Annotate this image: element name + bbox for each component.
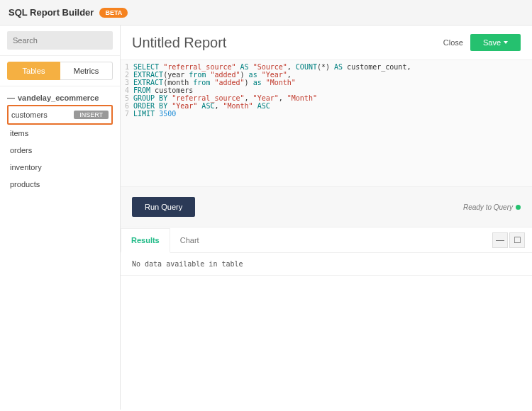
code-line[interactable]: EXTRACT(month from "added") as "Month" — [133, 79, 296, 86]
close-button[interactable]: Close — [443, 38, 463, 47]
tab-tables[interactable]: Tables — [7, 62, 60, 80]
query-status: Ready to Query — [463, 203, 521, 211]
database-name: vandelay_ecommerce — [18, 94, 99, 102]
table-name: customers — [11, 111, 48, 119]
line-number: 5 — [121, 94, 133, 102]
minimize-icon[interactable]: — — [492, 232, 508, 248]
chevron-down-icon — [504, 41, 508, 44]
results-empty-message: No data available in table — [121, 253, 532, 276]
database-header[interactable]: — vandelay_ecommerce — [7, 94, 113, 102]
line-number: 7 — [121, 110, 133, 118]
app-title: SQL Report Builder — [9, 7, 94, 18]
status-text: Ready to Query — [463, 203, 513, 211]
tab-metrics[interactable]: Metrics — [60, 62, 113, 80]
sidebar: Tables Metrics — vandelay_ecommerce cust… — [0, 26, 121, 410]
code-line[interactable]: ORDER BY "Year" ASC, "Month" ASC — [133, 102, 270, 110]
line-number: 3 — [121, 79, 133, 86]
search-input[interactable] — [7, 31, 113, 50]
table-name: inventory — [10, 163, 42, 171]
line-number: 1 — [121, 63, 133, 71]
code-line[interactable]: GROUP BY "referral_source", "Year", "Mon… — [133, 94, 317, 102]
code-line[interactable]: LIMIT 3500 — [133, 110, 176, 118]
beta-badge: BETA — [99, 8, 128, 18]
line-number: 4 — [121, 86, 133, 94]
table-name: items — [10, 129, 28, 137]
line-number: 2 — [121, 71, 133, 79]
main-panel: Untitled Report Close Save 1SELECT "refe… — [121, 26, 532, 410]
report-title[interactable]: Untitled Report — [132, 35, 226, 51]
table-name: products — [10, 180, 40, 188]
line-number: 6 — [121, 102, 133, 110]
save-label: Save — [483, 38, 501, 47]
table-item-items[interactable]: items — [7, 125, 113, 142]
tab-results[interactable]: Results — [121, 228, 170, 253]
table-item-customers[interactable]: customersINSERT — [7, 105, 113, 125]
code-line[interactable]: SELECT "referral_source" AS "Source", CO… — [133, 63, 411, 71]
app-header: SQL Report Builder BETA — [0, 0, 532, 26]
run-query-button[interactable]: Run Query — [132, 197, 195, 217]
table-name: orders — [10, 146, 32, 154]
table-item-orders[interactable]: orders — [7, 142, 113, 159]
insert-button[interactable]: INSERT — [74, 111, 109, 119]
code-line[interactable]: EXTRACT(year from "added") as "Year", — [133, 71, 292, 79]
sql-editor[interactable]: 1SELECT "referral_source" AS "Source", C… — [121, 60, 532, 187]
table-item-products[interactable]: products — [7, 176, 113, 193]
status-dot-icon — [516, 205, 521, 210]
tab-chart[interactable]: Chart — [170, 229, 209, 252]
code-line[interactable]: FROM customers — [133, 86, 193, 94]
collapse-icon: — — [7, 94, 15, 102]
maximize-icon[interactable]: ☐ — [509, 232, 525, 248]
save-button[interactable]: Save — [470, 34, 521, 51]
table-item-inventory[interactable]: inventory — [7, 159, 113, 176]
